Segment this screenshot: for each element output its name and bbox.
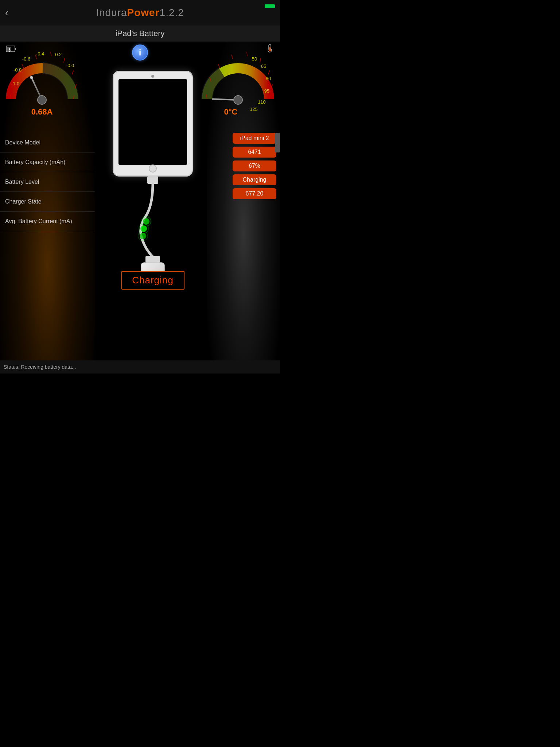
svg-line-22 (64, 58, 65, 63)
app-version: 1.2.2 (160, 7, 184, 18)
row-battery-capacity: Battery Capacity (mAh) (0, 152, 95, 172)
label-battery-level: Battery Level (5, 179, 39, 185)
svg-text:95: 95 (264, 88, 269, 94)
thermometer-icon (265, 43, 275, 56)
svg-point-47 (269, 49, 271, 51)
sub-header: iPad's Battery (0, 26, 280, 42)
value-charger-state: Charging (233, 174, 276, 185)
label-device-model: Device Model (5, 139, 40, 146)
svg-rect-1 (15, 48, 16, 50)
value-device-model: iPad mini 2 (233, 133, 276, 144)
svg-text:110: 110 (258, 99, 266, 105)
svg-text:80: 80 (266, 76, 271, 81)
svg-line-39 (247, 52, 247, 56)
svg-text:0°C: 0°C (224, 107, 238, 116)
status-bar: Status: Receiving battery data... (0, 360, 280, 374)
svg-text:-0.0: -0.0 (66, 63, 74, 68)
value-battery-level: 67% (233, 160, 276, 171)
label-charger-state: Charger State (5, 198, 42, 205)
app-name-power: Power (127, 7, 160, 18)
value-battery-capacity: 6471 (233, 147, 276, 158)
battery-icon (5, 43, 17, 57)
values-panel: iPad mini 2 6471 67% Charging 677.20 (233, 133, 276, 199)
svg-text:125: 125 (250, 107, 258, 112)
svg-point-27 (234, 96, 242, 104)
row-avg-current: Avg. Battery Current (mA) (0, 212, 95, 231)
row-device-model: Device Model (0, 133, 95, 152)
app-title: InduraPower1.2.2 (96, 7, 184, 19)
tablet-device (113, 71, 193, 177)
charging-label-box: Charging (121, 271, 184, 290)
svg-text:-0.6: -0.6 (22, 56, 30, 62)
page-title: iPad's Battery (115, 29, 164, 38)
svg-text:-0.8: -0.8 (13, 67, 22, 73)
svg-text:-0.2: -0.2 (54, 52, 62, 57)
status-text: Status: Receiving battery data... (4, 364, 76, 370)
svg-rect-52 (145, 256, 160, 263)
svg-line-21 (51, 52, 51, 56)
info-button[interactable]: i (132, 44, 148, 61)
value-avg-current: 677.20 (233, 188, 276, 199)
svg-line-40 (260, 58, 261, 63)
svg-text:-1.0: -1.0 (11, 81, 19, 86)
svg-text:-0.4: -0.4 (36, 51, 44, 57)
temp-gauge: 50 65 80 95 110 125 0°C (200, 45, 276, 125)
tablet-screen (118, 79, 187, 165)
cable-area: Charging (113, 177, 193, 290)
svg-point-9 (38, 96, 46, 104)
center-panel: Charging (95, 63, 211, 360)
svg-line-23 (72, 70, 73, 74)
row-charger-state: Charger State (0, 192, 95, 212)
back-button[interactable]: ‹ (5, 7, 8, 19)
charging-label-text: Charging (132, 275, 174, 286)
main-content: -1.0 -0.8 -0.6 -0.4 -0.2 -0.0 0.68A (0, 42, 280, 360)
label-battery-capacity: Battery Capacity (mAh) (5, 159, 65, 166)
svg-line-41 (268, 70, 269, 74)
label-avg-current: Avg. Battery Current (mA) (5, 218, 72, 225)
svg-text:50: 50 (252, 56, 257, 62)
app-name-indura: Indura (96, 7, 127, 18)
current-gauge: -1.0 -0.8 -0.6 -0.4 -0.2 -0.0 0.68A (4, 45, 80, 125)
svg-text:65: 65 (261, 63, 266, 69)
tablet-home-button (149, 165, 157, 173)
row-battery-level: Battery Level (0, 172, 95, 192)
tablet-camera (151, 75, 154, 78)
svg-line-19 (22, 64, 24, 68)
svg-line-38 (232, 55, 233, 59)
data-panel: Device Model Battery Capacity (mAh) Batt… (0, 133, 95, 231)
svg-text:0.68A: 0.68A (31, 107, 53, 116)
scroll-indicator[interactable] (275, 133, 280, 152)
svg-line-37 (218, 64, 220, 68)
status-indicator (265, 4, 275, 8)
app-header: ‹ InduraPower1.2.2 (0, 0, 280, 26)
